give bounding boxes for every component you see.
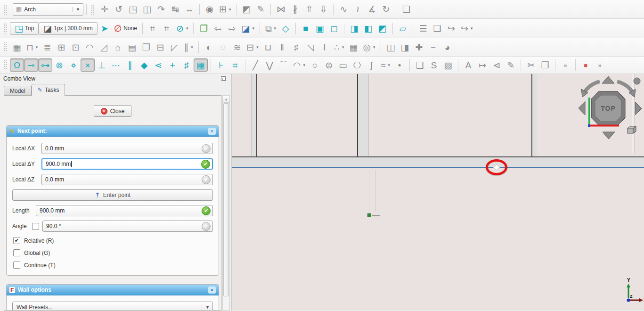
3d-viewport[interactable]: TOP Y X Z <box>232 74 644 311</box>
draft-wire-to-bspline-button[interactable]: ∿ <box>336 3 351 16</box>
draft-text-button[interactable]: A <box>461 58 475 72</box>
arch-profile-button[interactable]: ⊡ <box>68 41 82 54</box>
snap-grid-button[interactable]: ♯ <box>179 58 194 72</box>
snap-center-button[interactable]: ⊚ <box>52 58 66 72</box>
view-axonometric-button[interactable]: ◪▾ <box>239 22 256 35</box>
draft-arc-button[interactable]: ◠▾ <box>291 58 308 72</box>
arch-equipment-button[interactable]: ⊔ <box>261 41 275 54</box>
arch-cut-line-button[interactable]: ◨ <box>398 41 412 54</box>
share-export-button[interactable]: ↪ <box>444 22 458 35</box>
arch-pipe-tools-button[interactable]: ∥▾ <box>181 41 196 54</box>
arch-profile-beam-button[interactable]: I <box>318 41 332 54</box>
draft-slope-button[interactable]: ∡ <box>365 3 379 16</box>
nav-forward-button[interactable]: ⇨ <box>225 22 239 35</box>
angle-lock-checkbox[interactable] <box>32 223 39 230</box>
angle-input[interactable]: 90.0 ° ✔ <box>42 221 213 232</box>
edit-paste-button[interactable]: ❐ <box>538 58 552 72</box>
nav-orbit-dot[interactable] <box>634 78 640 84</box>
scrollbar-up-arrow[interactable]: ▲ <box>223 96 229 103</box>
workbench-selector[interactable]: ▦ Arch ▼ <box>13 3 83 16</box>
tab-model[interactable]: Model <box>4 86 32 96</box>
draft-bspline-button[interactable]: ∫ <box>364 58 378 72</box>
box-element-selection-button[interactable]: ⌗ <box>160 22 174 35</box>
toolbar-grip[interactable] <box>91 4 95 15</box>
arch-fence-button[interactable]: ♯ <box>289 41 303 54</box>
grid-scale-button[interactable]: ◪1px | 300.0 mm <box>39 22 97 35</box>
wall-segment-vertical[interactable] <box>531 74 537 156</box>
snap-intersection-button[interactable]: × <box>81 58 95 72</box>
continue-checkbox[interactable] <box>13 262 20 269</box>
snap-working-plane-button[interactable]: ◆ <box>137 58 151 72</box>
arch-curtain-wall-button[interactable]: ⊞ <box>54 41 68 54</box>
draft-circle-button[interactable]: ○ <box>308 58 322 72</box>
tab-tasks[interactable]: ✎ Tasks <box>32 84 65 96</box>
draft-upgrade-button[interactable]: ⇧ <box>302 3 316 16</box>
draft-polygon-button[interactable]: ⎔ <box>350 58 364 72</box>
arch-column-button[interactable]: ‖ <box>275 41 289 54</box>
snap-angle-button[interactable]: ⋄ <box>66 58 81 72</box>
clipping-toggle-button[interactable]: ⊘▾ <box>174 22 190 35</box>
arch-material-dropdown[interactable]: ▾ <box>342 45 344 49</box>
arch-roof-button[interactable]: ◿ <box>97 41 111 54</box>
export-options-button[interactable]: ↪▾ <box>458 22 475 35</box>
nav-back-button[interactable]: ⇦ <box>211 22 225 35</box>
arch-axis-button[interactable]: ◸ <box>167 41 181 54</box>
length-input[interactable]: 900.0 mm ✔ <box>36 205 213 216</box>
arch-remove-component-button[interactable]: − <box>426 41 440 54</box>
draft-split-button[interactable]: ∦ <box>288 3 302 16</box>
draft-array-dropdown[interactable]: ▾ <box>229 7 231 12</box>
close-button[interactable]: ✕ Close <box>94 105 131 117</box>
draft-add-point-button[interactable]: ≀ <box>351 3 365 16</box>
draft-offset-button[interactable]: ↷ <box>154 3 168 16</box>
document-views-dropdown[interactable]: ▾ <box>274 26 277 31</box>
nav-iso-cube-icon[interactable] <box>628 126 636 133</box>
arch-structure-button[interactable]: ⊓▾ <box>24 41 40 54</box>
snap-midpoint-button[interactable]: ⊶ <box>38 58 52 72</box>
snap-lock-button[interactable]: Ω <box>10 58 24 72</box>
next-point-header[interactable]: ✎ Next point: » <box>7 126 219 137</box>
draw-style-hidden-line-button[interactable]: ◨ <box>347 22 361 35</box>
arch-section-plane-button[interactable]: ◐ <box>202 41 216 54</box>
navigation-cube[interactable]: TOP <box>579 75 644 141</box>
arch-truss-button[interactable]: ◹ <box>303 41 318 54</box>
toolbar-grip[interactable] <box>3 4 7 15</box>
toolbar-overflow-right-button[interactable]: » <box>593 58 607 72</box>
toolbar-grip[interactable] <box>3 23 7 33</box>
draw-style-as-is-button[interactable]: ■ <box>299 22 313 35</box>
edit-selection-cube-button[interactable]: ❐ <box>196 22 211 35</box>
wall-segment-vertical[interactable] <box>357 74 369 156</box>
wall-options-header[interactable]: F Wall options » <box>7 285 219 295</box>
macro-record-button[interactable]: ● <box>579 58 593 72</box>
document-views-button[interactable]: ⧉▾ <box>263 22 278 35</box>
arch-building-button[interactable]: ⌂ <box>111 41 125 54</box>
draft-ellipse-button[interactable]: ⊜ <box>322 58 336 72</box>
draft-bezier-dropdown[interactable]: ▾ <box>388 63 391 67</box>
draft-rotate-button[interactable]: ↺ <box>112 3 126 16</box>
arch-wall-button[interactable]: ▦ <box>10 41 24 54</box>
snap-perpendicular-button[interactable]: ⊥ <box>95 58 109 72</box>
draft-arc-dropdown[interactable]: ▾ <box>303 63 306 67</box>
draft-downgrade-button[interactable]: ⇩ <box>316 3 330 16</box>
local-dz-input[interactable]: 0.0 mm ✔ <box>41 174 213 185</box>
edit-cut-button[interactable]: ✂ <box>524 58 538 72</box>
measure-distance-button[interactable]: ▱ <box>396 22 410 35</box>
draft-facebinder-button[interactable]: ❏ <box>413 58 427 72</box>
toolbar-grip[interactable] <box>3 60 7 70</box>
arch-survey-button[interactable]: ◕ <box>440 41 455 54</box>
draft-mirror-button[interactable]: ◫ <box>140 3 154 16</box>
draft-subelement-highlight-button[interactable]: ✎ <box>253 3 268 16</box>
draft-fillet-button[interactable]: ⌒ <box>277 58 291 72</box>
arch-structure-dropdown[interactable]: ▾ <box>36 45 38 49</box>
nav-arrow-right-icon[interactable] <box>635 102 642 115</box>
snap-parallel-button[interactable]: ∥ <box>123 58 137 72</box>
enter-point-button[interactable]: ⇡ Enter point <box>12 189 213 201</box>
wall-presets-select[interactable]: Wall Presets... ▼ <box>12 302 213 311</box>
collapse-chevron-icon[interactable]: » <box>208 286 216 294</box>
draft-dimension-button[interactable]: ↦ <box>475 58 489 72</box>
arch-pipe-dropdown[interactable]: ▾ <box>373 45 375 49</box>
draw-style-no-shading-button[interactable]: ◧ <box>361 22 375 35</box>
dock-float-icon[interactable] <box>221 76 226 81</box>
collapse-chevron-icon[interactable]: » <box>208 128 216 135</box>
clipping-toggle-dropdown[interactable]: ▾ <box>186 26 188 31</box>
toolbar-overflow-left-button[interactable]: » <box>558 58 572 72</box>
